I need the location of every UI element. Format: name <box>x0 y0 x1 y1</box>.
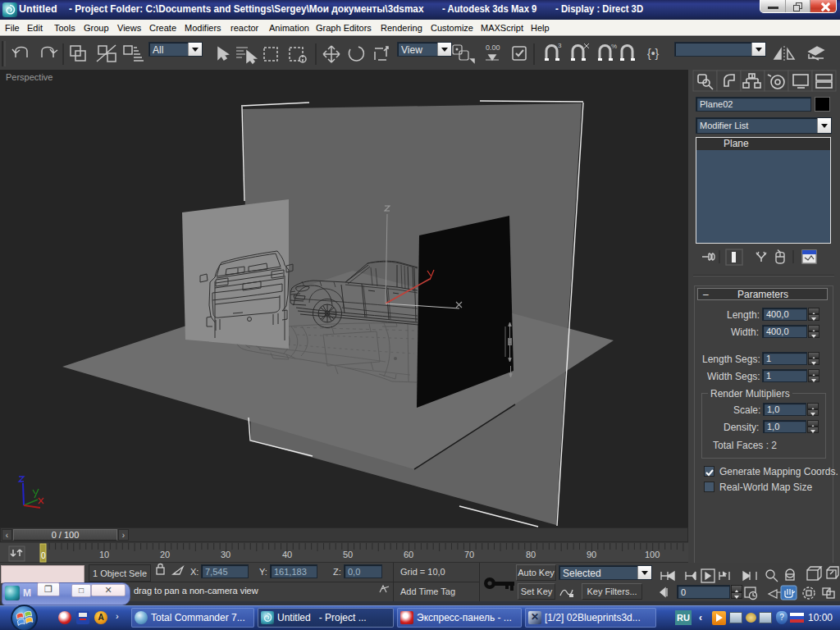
svg-text:%: % <box>611 43 617 50</box>
svg-text:60: 60 <box>404 550 413 559</box>
svg-text:30: 30 <box>221 550 231 559</box>
svg-text:70: 70 <box>464 550 474 559</box>
svg-text:0.00: 0.00 <box>486 43 500 52</box>
svg-text:3: 3 <box>558 42 562 49</box>
svg-text:10: 10 <box>99 550 109 559</box>
svg-text:{•}: {•} <box>647 47 660 60</box>
svg-text:50: 50 <box>343 550 353 559</box>
svg-text:20: 20 <box>160 550 170 559</box>
svg-text:40: 40 <box>282 550 292 559</box>
svg-text:80: 80 <box>526 550 536 559</box>
svg-text:90: 90 <box>587 550 596 559</box>
svg-text:0: 0 <box>41 551 46 560</box>
svg-text:100: 100 <box>645 550 660 559</box>
